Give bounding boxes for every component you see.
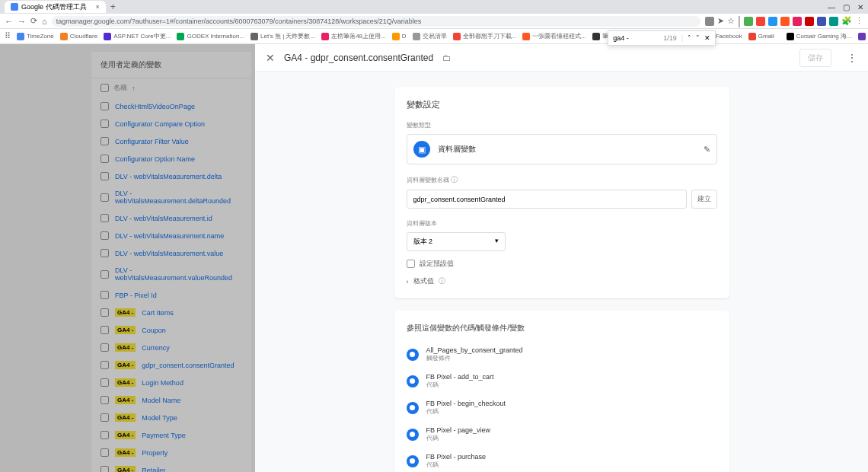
find-prev-icon[interactable]: ˄ (688, 34, 691, 42)
chevron-down-icon: ▾ (495, 237, 499, 247)
star-icon[interactable]: ☆ (727, 16, 735, 26)
bookmark[interactable]: 一張圖看懂程程式... (522, 32, 586, 40)
reference-icon (407, 375, 419, 387)
type-label: 變數類型 (407, 121, 717, 129)
default-value-label: 設定預設值 (420, 259, 454, 269)
menu-icon[interactable]: ⋮ (855, 16, 863, 26)
format-expand[interactable]: › 格式值 ⓘ (407, 276, 717, 286)
reference-name: FB Pixel - purchase (426, 453, 487, 461)
url-field[interactable]: tagmanager.google.com/?authuser=1#/conta… (52, 16, 700, 27)
version-select[interactable]: 版本 2 ▾ (407, 232, 506, 251)
save-button[interactable]: 儲存 (799, 49, 831, 67)
reference-row[interactable]: All_Pages_by_consent_granted觸發條件 (407, 341, 717, 368)
find-input[interactable] (613, 34, 659, 42)
reload-icon[interactable]: ⟳ (30, 16, 37, 26)
bookmark[interactable]: D (392, 33, 407, 40)
page-content: 使用者定義的變數 名稱 ↑ CheckHtml5VideoOnPageConfi… (0, 44, 868, 472)
bookmark[interactable]: Cloudflare (60, 33, 97, 40)
reference-icon (407, 349, 419, 361)
help-icon[interactable]: ⓘ (439, 276, 445, 286)
reference-type: 代碼 (426, 381, 494, 389)
browser-tab[interactable]: Google 代碼管理工具 × (5, 1, 106, 13)
reference-row[interactable]: FB Pixel - page_view代碼 (407, 421, 717, 448)
config-title: 變數設定 (407, 99, 717, 110)
reference-row[interactable]: FB Pixel - add_to_cart代碼 (407, 368, 717, 394)
name-label: 資料層變數名稱 ⓘ (407, 175, 717, 185)
ext-icon[interactable] (744, 17, 753, 26)
svg-point-3 (410, 432, 415, 437)
extension-icons: ➤ ☆ | 🧩 ⋮ (705, 14, 863, 28)
ext-icon[interactable] (705, 17, 714, 26)
reference-icon (407, 429, 419, 441)
forward-icon[interactable]: → (18, 17, 26, 26)
bookmark[interactable]: Toby (858, 33, 868, 40)
reference-icon (407, 402, 419, 414)
ext-icon[interactable] (756, 17, 765, 26)
find-close-icon[interactable]: ✕ (704, 34, 710, 42)
bookmark[interactable]: Corsair Gaming 海... (787, 32, 852, 40)
reference-name: All_Pages_by_consent_granted (426, 346, 523, 354)
modal-header: ✕ GA4 - gdpr_consent.consentGranted 🗀 儲存… (255, 44, 868, 72)
bookmark[interactable]: 左榜筆落48上使用... (321, 32, 386, 40)
find-bar: 1/19 | ˄ ˅ ✕ (608, 30, 716, 46)
find-count: 1/19 (663, 34, 677, 42)
variable-name-input[interactable] (407, 190, 687, 209)
reference-icon (407, 455, 419, 467)
svg-point-2 (410, 405, 415, 410)
minimize-icon[interactable]: — (828, 3, 835, 11)
version-value: 版本 2 (413, 237, 433, 247)
window-close-icon[interactable]: ✕ (857, 3, 863, 11)
close-icon[interactable]: ✕ (266, 52, 275, 64)
address-bar: ← → ⟳ ⌂ tagmanager.google.com/?authuser=… (0, 14, 868, 29)
variable-type-row[interactable]: ▣ 資料層變數 ✎ (407, 134, 717, 164)
bookmark[interactable]: 全部都想手刀下載... (453, 32, 517, 40)
maximize-icon[interactable]: ▢ (843, 3, 850, 11)
svg-point-1 (410, 378, 415, 384)
reference-name: FB Pixel - add_to_cart (426, 373, 494, 381)
bookmark[interactable]: Gmail (748, 33, 774, 40)
apps-icon[interactable]: ⠿ (5, 31, 11, 41)
reference-row[interactable]: FB Pixel - begin_checkout代碼 (407, 394, 717, 421)
insert-variable-button[interactable]: 建立 (691, 190, 717, 209)
modal-title: GA4 - gdpr_consent.consentGranted (284, 53, 433, 63)
edit-icon[interactable]: ✎ (704, 145, 710, 155)
tab-favicon (11, 3, 18, 11)
new-tab-button[interactable]: + (110, 2, 116, 12)
format-label: 格式值 (413, 276, 434, 286)
ext-icon[interactable] (829, 17, 838, 26)
ext-icon[interactable] (780, 17, 790, 26)
bookmarks-bar: ⠿ TimeZone Cloudflare ASP.NET Core中更... … (0, 29, 868, 44)
modal-body: 變數設定 變數類型 ▣ 資料層變數 ✎ 資料層變數名稱 ⓘ 建立 資料層版本 版… (255, 72, 868, 472)
bookmark[interactable]: Let's 無 | 天炸要數... (251, 32, 315, 40)
reference-type: 代碼 (426, 407, 506, 416)
ext-icon[interactable] (793, 17, 802, 26)
ext-icon[interactable] (768, 17, 777, 26)
extensions-icon[interactable]: 🧩 (841, 16, 852, 26)
bookmark[interactable]: 交易清單 (413, 32, 447, 40)
reference-name: FB Pixel - page_view (426, 426, 491, 434)
version-label: 資料層版本 (407, 219, 717, 228)
reference-type: 代碼 (426, 434, 491, 442)
folder-icon[interactable]: 🗀 (442, 53, 452, 63)
bookmark[interactable]: TimeZone (17, 33, 54, 40)
share-icon[interactable]: ➤ (717, 16, 724, 26)
variable-config-card: 變數設定 變數類型 ▣ 資料層變數 ✎ 資料層變數名稱 ⓘ 建立 資料層版本 版… (394, 87, 729, 298)
references-title: 參照這個變數的代碼/觸發條件/變數 (407, 323, 717, 333)
more-menu-icon[interactable]: ⋮ (847, 52, 857, 64)
default-value-checkbox[interactable] (407, 260, 415, 268)
find-next-icon[interactable]: ˅ (696, 34, 700, 42)
bookmark[interactable]: ASP.NET Core中更... (104, 32, 171, 40)
bookmark[interactable]: GODEX Internation... (177, 33, 244, 40)
tab-title: Google 代碼管理工具 (21, 2, 87, 12)
ext-icon[interactable] (805, 17, 814, 26)
reference-name: FB Pixel - begin_checkout (426, 400, 506, 407)
reference-type: 觸發條件 (426, 354, 523, 362)
back-icon[interactable]: ← (5, 17, 13, 26)
tab-close-icon[interactable]: × (96, 3, 100, 11)
home-icon[interactable]: ⌂ (42, 17, 47, 26)
reference-row[interactable]: FB Pixel - purchase代碼 (407, 448, 717, 472)
help-icon[interactable]: ⓘ (451, 176, 458, 183)
variable-type-name: 資料層變數 (438, 144, 476, 155)
variable-editor-panel: ✕ GA4 - gdpr_consent.consentGranted 🗀 儲存… (255, 44, 868, 472)
ext-icon[interactable] (817, 17, 826, 26)
